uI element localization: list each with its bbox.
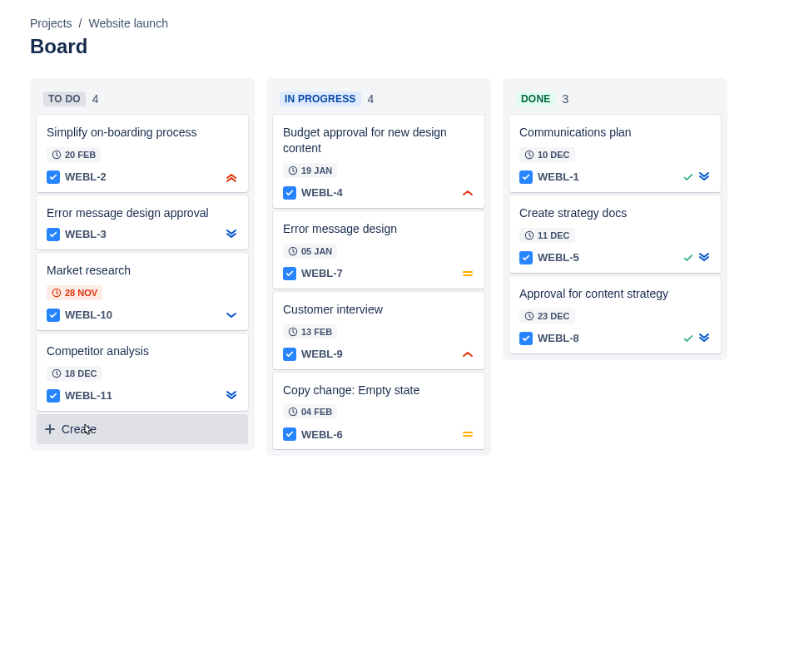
- card-footer-left: WEBL-8: [519, 332, 579, 345]
- card[interactable]: Simplify on-boarding process20 FEBWEBL-2: [37, 115, 248, 192]
- card-title: Error message design: [283, 221, 474, 237]
- cards-list: Simplify on-boarding process20 FEBWEBL-2…: [37, 115, 248, 411]
- done-check-icon: [682, 252, 694, 264]
- clock-icon: [52, 368, 62, 378]
- due-date-chip: 19 JAN: [283, 163, 337, 178]
- card-footer: WEBL-3: [47, 228, 238, 241]
- create-label: Create: [62, 422, 97, 436]
- cards-list: Budget approval for new design content19…: [273, 115, 484, 449]
- card-title: Create strategy docs: [519, 205, 711, 221]
- column-count: 4: [368, 92, 375, 106]
- card-footer-left: WEBL-5: [519, 251, 579, 264]
- due-date-chip: 11 DEC: [519, 228, 575, 243]
- clock-icon: [52, 150, 62, 160]
- card[interactable]: Copy change: Empty state04 FEBWEBL-6: [273, 373, 484, 450]
- card-footer-left: WEBL-11: [47, 389, 112, 403]
- card[interactable]: Error message design approvalWEBL-3: [37, 195, 248, 250]
- card-footer-right: [461, 427, 474, 441]
- task-type-icon: [47, 170, 60, 184]
- card-footer: WEBL-8: [519, 332, 711, 345]
- priority-low-icon: [225, 309, 238, 322]
- due-date-text: 23 DEC: [538, 311, 570, 321]
- card-footer: WEBL-9: [283, 348, 474, 361]
- issue-key: WEBL-9: [301, 348, 343, 360]
- task-type-icon: [519, 170, 533, 184]
- card-footer-right: [225, 309, 238, 322]
- card-title: Communications plan: [519, 125, 711, 141]
- card[interactable]: Customer interview13 FEBWEBL-9: [273, 292, 484, 369]
- task-type-icon: [47, 309, 60, 322]
- due-date-text: 04 FEB: [301, 407, 332, 417]
- card-footer: WEBL-4: [283, 186, 474, 200]
- clock-icon: [52, 288, 62, 298]
- priority-highest-icon: [225, 170, 238, 184]
- due-date-text: 05 JAN: [301, 246, 332, 256]
- priority-high-icon: [461, 348, 474, 361]
- card-title: Error message design approval: [47, 205, 238, 221]
- clock-icon: [288, 246, 298, 256]
- card-footer: WEBL-10: [47, 309, 238, 322]
- card-title: Competitor analysis: [47, 343, 238, 359]
- card[interactable]: Competitor analysis18 DECWEBL-11: [37, 334, 248, 411]
- card[interactable]: Create strategy docs11 DECWEBL-5: [509, 195, 721, 273]
- task-type-icon: [519, 251, 533, 264]
- column-count: 4: [92, 92, 99, 106]
- task-type-icon: [47, 228, 60, 241]
- issue-key: WEBL-3: [65, 228, 107, 240]
- task-type-icon: [283, 427, 296, 441]
- page-title: Board: [30, 35, 764, 58]
- create-card-button[interactable]: Create: [37, 414, 248, 444]
- issue-key: WEBL-6: [301, 428, 343, 441]
- column-todo: TO DO4Simplify on-boarding process20 FEB…: [30, 78, 255, 451]
- card-footer: WEBL-11: [47, 389, 238, 403]
- issue-key: WEBL-5: [538, 251, 579, 264]
- card-footer-right: [225, 170, 238, 184]
- issue-key: WEBL-2: [65, 170, 107, 183]
- due-date-text: 28 NOV: [65, 288, 97, 298]
- card-footer-right: [682, 332, 711, 345]
- card-footer-left: WEBL-7: [283, 267, 343, 280]
- breadcrumb: Projects / Website launch: [30, 17, 764, 30]
- task-type-icon: [283, 348, 296, 361]
- due-date-chip: 20 FEB: [47, 147, 101, 162]
- column-count: 3: [562, 92, 568, 106]
- issue-key: WEBL-11: [65, 389, 112, 402]
- card-footer-right: [225, 228, 238, 241]
- card-title: Budget approval for new design content: [283, 125, 474, 156]
- card-footer-left: WEBL-2: [47, 170, 107, 184]
- column-header: DONE3: [509, 85, 721, 115]
- card[interactable]: Communications plan10 DECWEBL-1: [509, 115, 721, 192]
- task-type-icon: [47, 389, 60, 403]
- due-date-text: 20 FEB: [65, 150, 96, 160]
- clock-icon: [524, 150, 534, 160]
- card-footer-left: WEBL-4: [283, 186, 343, 200]
- card-footer-right: [461, 267, 474, 280]
- cards-list: Communications plan10 DECWEBL-1Create st…: [509, 115, 721, 353]
- card-title: Copy change: Empty state: [283, 383, 474, 398]
- card-title: Customer interview: [283, 302, 474, 318]
- card-footer-right: [682, 251, 711, 264]
- column-name: DONE: [516, 91, 555, 106]
- card[interactable]: Budget approval for new design content19…: [273, 115, 484, 208]
- card[interactable]: Market research28 NOVWEBL-10: [37, 253, 248, 330]
- due-date-chip: 05 JAN: [283, 244, 337, 259]
- priority-medium-icon: [461, 267, 474, 280]
- clock-icon: [524, 311, 534, 321]
- card[interactable]: Error message design05 JANWEBL-7: [273, 211, 484, 289]
- card-footer-right: [225, 389, 238, 403]
- card-footer-left: WEBL-6: [283, 427, 343, 441]
- card-title: Approval for content strategy: [519, 286, 711, 302]
- column-header: TO DO4: [37, 85, 248, 115]
- breadcrumb-root-link[interactable]: Projects: [30, 17, 72, 30]
- card[interactable]: Approval for content strategy23 DECWEBL-…: [509, 276, 721, 353]
- card-footer: WEBL-7: [283, 267, 474, 280]
- card-footer-right: [682, 170, 711, 184]
- card-footer-left: WEBL-10: [47, 309, 112, 322]
- due-date-text: 18 DEC: [65, 368, 97, 378]
- priority-high-icon: [461, 186, 474, 200]
- issue-key: WEBL-1: [538, 170, 579, 183]
- column-inprogress: IN PROGRESS4Budget approval for new desi…: [266, 78, 491, 456]
- due-date-text: 10 DEC: [538, 150, 570, 160]
- due-date-chip: 04 FEB: [283, 404, 337, 419]
- task-type-icon: [283, 267, 296, 280]
